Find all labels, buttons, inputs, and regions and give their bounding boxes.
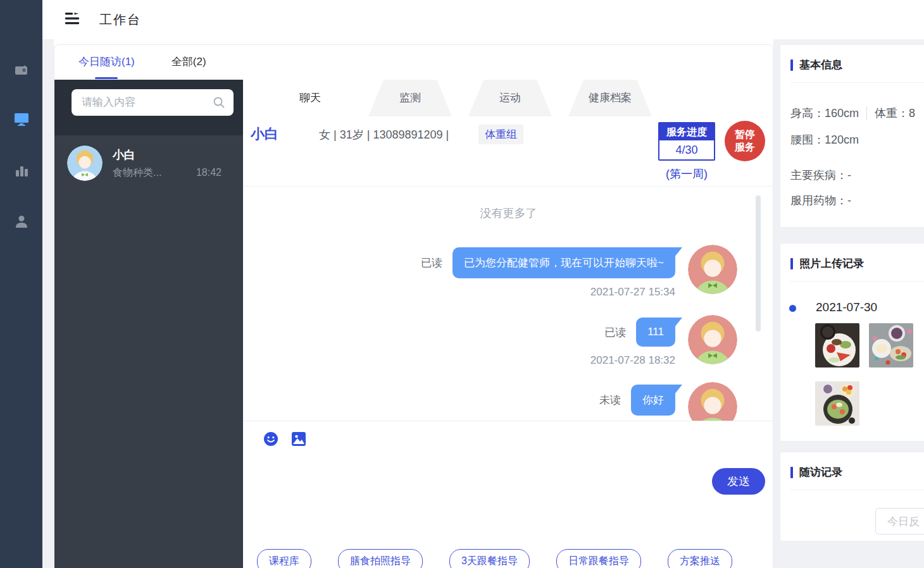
wallet-icon[interactable] (0, 56, 42, 83)
chat-input-area[interactable]: 发送 课程库 膳食拍照指导 3天跟餐指导 日常跟餐指导 方案推送 (243, 421, 773, 568)
quick-action-meal-photo-guide[interactable]: 膳食拍照指导 (338, 549, 423, 568)
today-feedback-button[interactable]: 今日反 (875, 508, 924, 534)
chat-pane: 聊天 监测 运动 健康档案 小白 女 | 31岁 | 13089891209 |… (243, 45, 773, 568)
chat-message-area: 没有更多了 已读 已为您分配健管师，现在可以开始聊天啦~ 2021-07-27 … (243, 187, 773, 421)
service-progress-value: 4/30 (659, 140, 714, 159)
avatar (688, 382, 737, 421)
bar-chart-icon[interactable] (0, 157, 42, 185)
page-title: 工作台 (99, 11, 141, 28)
no-more-text: 没有更多了 (243, 206, 773, 221)
chat-message: 未读 你好 (243, 382, 773, 421)
basic-info-card: 基本信息 身高：160cm 体重：8 腰围：120cm 主要疾病：- 服用药物：… (780, 44, 924, 228)
service-progress-label: 服务进度 (659, 123, 714, 140)
tab-health-record[interactable]: 健康档案 (568, 80, 652, 116)
section-accent-bar (790, 258, 793, 269)
photo-upload-title: 照片上传记录 (799, 256, 864, 271)
roster-tabs: 今日随访(1) 全部(2) (54, 45, 243, 80)
basic-info-title: 基本信息 (799, 58, 842, 72)
food-photo-thumbnail[interactable] (869, 323, 913, 367)
tab-all[interactable]: 全部(2) (172, 54, 206, 70)
chat-message: 已读 已为您分配健管师，现在可以开始聊天啦~ 2021-07-27 15:34 (243, 245, 773, 299)
quick-actions-row: 课程库 膳食拍照指导 3天跟餐指导 日常跟餐指导 方案推送 (257, 549, 732, 568)
layout-gutter (42, 39, 54, 568)
search-box (72, 89, 234, 116)
send-button[interactable]: 发送 (712, 468, 765, 495)
read-status: 已读 (421, 256, 442, 270)
emoji-icon[interactable] (263, 431, 278, 449)
message-bubble: 111 (636, 318, 675, 347)
tab-exercise[interactable]: 运动 (468, 80, 552, 116)
roster-search-area (54, 80, 243, 135)
medicine-value: 服用药物：- (790, 193, 851, 208)
divider (790, 281, 924, 281)
section-accent-bar (790, 59, 793, 71)
search-icon[interactable] (212, 96, 226, 112)
service-week-label: (第一周) (654, 166, 719, 182)
read-status: 已读 (604, 325, 626, 340)
read-status: 未读 (599, 393, 621, 407)
message-time: 2021-07-28 18:32 (590, 354, 675, 367)
followup-record-card: 随访记录 今日反 (780, 452, 924, 541)
main-card: 今日随访(1) 全部(2) 小白 食物种类. (54, 44, 773, 568)
tab-monitoring[interactable]: 监测 (368, 80, 452, 116)
image-upload-icon[interactable] (291, 431, 306, 449)
patient-meta: 女 | 31岁 | 13089891209 | (319, 127, 449, 142)
patient-roster-panel: 小白 食物种类... 18:42 (54, 80, 243, 568)
message-bubble: 已为您分配健管师，现在可以开始聊天啦~ (453, 247, 675, 278)
avatar (688, 315, 737, 364)
pause-service-button[interactable]: 暂停服务 (725, 121, 765, 161)
roster-item-xiaobai[interactable]: 小白 食物种类... 18:42 (54, 135, 243, 191)
roster-item-name: 小白 (113, 147, 222, 163)
height-value: 身高：160cm (790, 106, 859, 121)
avatar (67, 145, 103, 181)
tab-today-followup[interactable]: 今日随访(1) (78, 54, 135, 70)
sidebar-fold-icon[interactable] (65, 13, 80, 27)
workbench-app: 工作台 今日随访(1) 全部(2) (0, 0, 924, 568)
timeline-dot (789, 305, 796, 312)
monitor-icon[interactable] (0, 105, 42, 133)
quick-action-3day-meal-guide[interactable]: 3天跟餐指导 (449, 549, 530, 568)
topbar: 工作台 (42, 0, 924, 39)
left-nav-rail (0, 0, 42, 568)
scrollbar[interactable] (756, 195, 761, 331)
detail-tabs: 聊天 监测 运动 健康档案 (268, 80, 652, 116)
message-time: 2021-07-27 15:34 (590, 286, 675, 299)
section-accent-bar (790, 467, 793, 478)
disease-value: 主要疾病：- (790, 168, 851, 183)
chat-message: 已读 111 2021-07-28 18:32 (243, 315, 773, 367)
roster-item-preview: 食物种类... (113, 166, 161, 180)
divider (790, 490, 924, 490)
waist-value: 腰围：120cm (790, 132, 859, 147)
user-icon[interactable] (0, 207, 42, 235)
roster-item-time: 18:42 (196, 167, 222, 178)
search-input[interactable] (72, 89, 234, 116)
divider (866, 106, 867, 120)
food-photo-thumbnail[interactable] (815, 381, 859, 426)
divider (790, 82, 924, 83)
service-progress-box: 服务进度 4/30 (658, 122, 715, 161)
avatar (688, 245, 737, 294)
roster-item-main: 小白 食物种类... 18:42 (113, 147, 222, 180)
photo-upload-date: 2021-07-30 (816, 300, 877, 314)
patient-name: 小白 (251, 125, 278, 144)
quick-action-course-library[interactable]: 课程库 (257, 549, 311, 568)
photo-upload-card: 照片上传记录 2021-07-30 (780, 243, 924, 441)
quick-action-daily-meal-guide[interactable]: 日常跟餐指导 (556, 549, 641, 568)
tab-chat[interactable]: 聊天 (268, 80, 352, 116)
message-bubble: 你好 (631, 385, 675, 416)
weight-value: 体重：8 (875, 106, 915, 121)
patient-group-tag: 体重组 (478, 125, 523, 144)
food-photo-thumbnail[interactable] (815, 323, 859, 367)
followup-record-title: 随访记录 (799, 465, 842, 479)
quick-action-plan-push[interactable]: 方案推送 (668, 549, 732, 568)
